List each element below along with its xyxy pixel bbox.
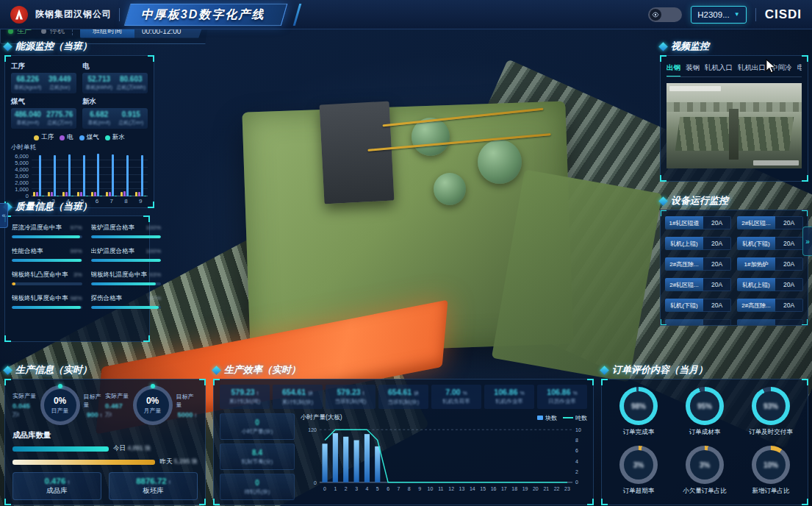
quality-item: 出炉温度合格率100%	[91, 247, 162, 262]
stock-bar-fill	[12, 460, 155, 465]
chevron-down-icon: ▼	[734, 11, 740, 18]
stock-bar-label: 今日 4,891 块	[113, 444, 151, 453]
progress-track	[91, 259, 162, 262]
device-row[interactable]: 2#高压除...20A	[737, 299, 803, 312]
donut-label: 新增订单占比	[752, 487, 790, 496]
efficiency-panel-title: 生产效率（实时）	[213, 363, 594, 377]
donut-ring: 93%	[752, 387, 790, 425]
quality-panel: 质量信息（当班） 层流冷温度命中率97% 装炉温度合格率100% 性能合格率99…	[4, 200, 150, 342]
video-panel-title: 视频监控	[660, 40, 808, 53]
device-row[interactable]: 1#加热炉20A	[737, 257, 803, 271]
spec-dropdown[interactable]: H2309... ▼	[691, 6, 746, 24]
device-value: 20A	[775, 257, 803, 271]
header-right: H2309... ▼ CISDI	[648, 6, 802, 24]
video-tab-electric-heating[interactable]: 电加热	[797, 63, 802, 73]
legend-dot	[79, 135, 85, 140]
device-row[interactable]: 轧机(上辊)20A	[737, 278, 803, 291]
donut-label: 小欠量订单占比	[683, 487, 727, 496]
video-title-text: 视频监控	[671, 40, 709, 53]
device-value: 20A	[775, 278, 803, 291]
device-name: 轧机(下辊)	[665, 299, 703, 312]
video-tab-charging[interactable]: 装钢	[686, 63, 700, 73]
progress-fill	[12, 282, 15, 285]
progress-track	[12, 235, 82, 238]
quality-value: 100%	[146, 248, 161, 254]
svg-text:8: 8	[575, 438, 578, 443]
device-row[interactable]: 1#轧区辊道20A	[665, 216, 731, 229]
device-row[interactable]: 2#高压除...20A	[665, 257, 731, 271]
progress-track	[91, 235, 162, 238]
gauge-name: 月产量	[144, 407, 162, 415]
diamond-icon	[658, 196, 668, 206]
efficiency-panel-body: 579.23 t累计轧制(吨) 654.61 块累计轧制(块) 579.23 t…	[213, 379, 594, 505]
quality-label: 探伤合格率	[91, 294, 123, 303]
stock-cards: 0.476 t 成品库 8876.72 t 板坯库	[12, 472, 198, 500]
donut-value: 98%	[631, 402, 646, 410]
ring-gauge: 0%日产量	[40, 385, 80, 425]
device-name: 2#轧区辊...	[737, 216, 775, 229]
svg-text:16: 16	[491, 486, 497, 491]
video-tab-tapping[interactable]: 出钢	[667, 63, 680, 73]
stat-value: 654.61 块	[379, 388, 428, 397]
device-value: 20A	[703, 278, 731, 291]
legend-label: 煤气	[87, 133, 99, 142]
donut-value: 3%	[633, 461, 644, 469]
gauge-percent: 0%	[54, 396, 66, 406]
target-value: 900 t	[87, 410, 101, 418]
brand-logo: CISDI	[765, 7, 802, 22]
slab-stock-card: 8876.72 t 板坯库	[109, 472, 198, 500]
diamond-icon	[212, 366, 221, 375]
production-panel-body: 实际产量0.045 万t 0%日产量 目标产量900 t 实际产量0.467 万…	[4, 379, 206, 505]
collapse-handle-left[interactable]: «	[0, 203, 8, 228]
side-stat: 0小时产量(块)	[220, 413, 295, 440]
gauge-dot	[151, 384, 155, 388]
stat-cell: 654.61 块累计轧制(块)	[273, 385, 323, 409]
stat-label: 轧机负荷率	[432, 398, 481, 405]
device-name: 2#高压除...	[737, 299, 775, 312]
progress-fill	[12, 235, 80, 238]
quality-item: 钢板终轧温度命中率93%	[91, 271, 162, 285]
finished-stock-card: 0.476 t 成品库	[12, 472, 101, 500]
device-value: 20A	[775, 216, 803, 229]
svg-text:0: 0	[575, 480, 578, 485]
quality-label: 钢板终轧厚度命中率	[12, 294, 68, 303]
quality-label: 钢板终轧凸度命中率	[12, 271, 68, 279]
video-feed-column	[729, 109, 739, 160]
device-row[interactable]: 轧机(上辊)20A	[665, 237, 731, 250]
device-row[interactable]: 轧机(下辊)20A	[665, 299, 731, 312]
svg-text:8: 8	[408, 486, 411, 491]
energy-metric-box: 6.682单耗(m³/t) 0.915总耗(万m³)	[82, 108, 148, 129]
device-row[interactable]: 2#轧区辊...20A	[665, 278, 731, 291]
video-tab-mill-exit[interactable]: 轧机出口	[738, 63, 766, 73]
stat-label: 当班轧制(吨)	[326, 398, 375, 405]
video-tab-mill-entry[interactable]: 轧机入口	[705, 63, 733, 73]
progress-track	[12, 282, 82, 285]
ring-gauge: 0%月产量	[133, 385, 173, 425]
device-row[interactable]: 2#轧区辊...20A	[737, 216, 803, 229]
energy-group-name: 电	[82, 62, 148, 71]
svg-text:11: 11	[438, 486, 443, 491]
header-divider	[119, 8, 120, 21]
legend-bar-icon	[537, 416, 543, 420]
visibility-toggle[interactable]	[648, 7, 682, 22]
svg-text:15: 15	[480, 486, 486, 491]
stock-bar-fill	[12, 446, 109, 452]
collapse-handle-right[interactable]: »	[802, 227, 812, 256]
device-value: 20A	[703, 216, 731, 229]
legend-label: 吨数	[575, 414, 587, 422]
energy-value-label: 单耗(m³/t)	[83, 119, 115, 126]
donut-value: 93%	[764, 402, 778, 410]
gauge-percent: 0%	[146, 396, 159, 406]
legend-line-icon	[563, 417, 573, 418]
stat-cell: 7.00 %轧机负荷率	[431, 385, 481, 409]
quality-value: 3%	[73, 271, 82, 278]
actual-label: 实际产量	[105, 392, 129, 400]
video-feed[interactable]	[667, 83, 802, 168]
device-name: 轧机(下辊)	[737, 237, 775, 250]
production-title-text: 生产信息（实时）	[15, 363, 92, 377]
energy-value-label: 单耗(kWh/t)	[83, 84, 115, 91]
progress-track	[12, 259, 82, 262]
device-name: 1#加热炉	[737, 257, 775, 271]
device-row[interactable]: 轧机(下辊)20A	[737, 237, 803, 250]
legend-label: 新水	[112, 133, 125, 142]
